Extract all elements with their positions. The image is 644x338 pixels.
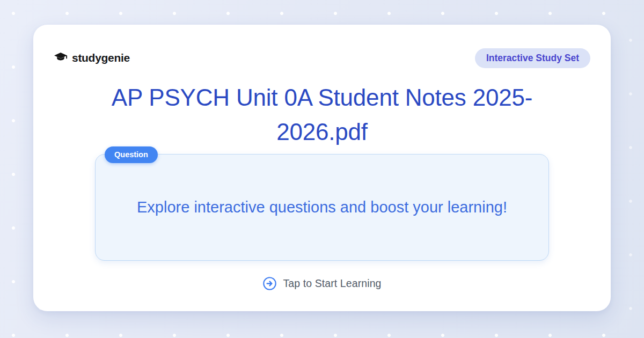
start-learning-cta[interactable]: Tap to Start Learning [33,276,611,291]
question-card[interactable]: Explore interactive questions and boost … [95,154,549,261]
study-set-card: studygenie Interactive Study Set AP PSYC… [33,25,611,311]
document-title: AP PSYCH Unit 0A Student Notes 2025-2026… [97,80,547,149]
study-set-type-badge: Interactive Study Set [475,48,590,68]
cta-label: Tap to Start Learning [283,277,381,290]
card-header: studygenie Interactive Study Set [33,25,611,68]
logo-wordmark: studygenie [72,52,130,64]
graduation-cap-icon [54,51,68,65]
question-card-container: Question Explore interactive questions a… [95,154,549,261]
arrow-right-circle-icon [262,276,277,291]
question-pill-badge: Question [105,146,158,163]
question-prompt-text: Explore interactive questions and boost … [115,199,529,216]
page-background: studygenie Interactive Study Set AP PSYC… [0,0,644,338]
studygenie-logo: studygenie [54,51,130,65]
